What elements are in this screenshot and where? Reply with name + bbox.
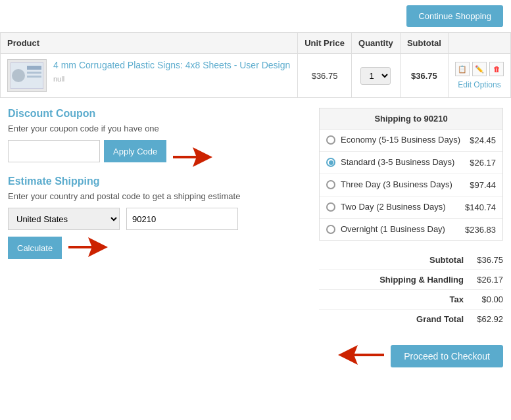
- discount-coupon-title: Discount Coupon: [8, 108, 306, 120]
- proceed-to-checkout-button[interactable]: Proceed to Checkout: [391, 345, 503, 367]
- copy-icon-btn[interactable]: 📋: [455, 62, 470, 76]
- radio-twoday[interactable]: [326, 202, 335, 212]
- col-unit-price: Unit Price: [298, 33, 352, 54]
- discount-coupon-section: Discount Coupon Enter your coupon code i…: [8, 108, 306, 175]
- option-price-overnight: $236.83: [465, 225, 496, 235]
- shipping-option-standard[interactable]: Standard (3-5 Business Days) $26.17: [320, 152, 502, 174]
- col-subtotal: Subtotal: [400, 33, 448, 54]
- col-quantity: Quantity: [351, 33, 400, 54]
- grand-total-value: $62.92: [464, 314, 503, 324]
- calculate-arrow: [68, 237, 108, 259]
- quantity-cell[interactable]: 1 2 3 4 5: [351, 54, 400, 98]
- radio-standard[interactable]: [326, 158, 335, 167]
- estimate-shipping-title: Estimate Shipping: [8, 175, 306, 187]
- col-actions: [449, 33, 511, 54]
- table-row: 4 mm Corrugated Plastic Signs: 4x8 Sheet…: [1, 54, 511, 98]
- tax-value: $0.00: [464, 294, 503, 304]
- left-panel: Discount Coupon Enter your coupon code i…: [8, 108, 306, 329]
- summary-tax-row: Tax $0.00: [319, 290, 503, 310]
- main-content: Discount Coupon Enter your coupon code i…: [0, 98, 511, 338]
- product-cell: 4 mm Corrugated Plastic Signs: 4x8 Sheet…: [1, 54, 298, 98]
- shipping-value: $26.17: [464, 275, 503, 285]
- radio-economy[interactable]: [326, 135, 335, 145]
- summary-grand-total-row: Grand Total $62.92: [319, 310, 503, 329]
- edit-options-link[interactable]: Edit Options: [458, 80, 500, 89]
- proceed-row: Proceed to Checkout: [0, 338, 511, 374]
- subtotal-cell: $36.75: [400, 54, 448, 98]
- shipping-option-economy[interactable]: Economy (5-15 Business Days) $24.45: [320, 129, 502, 152]
- estimate-shipping-section: Estimate Shipping Enter your country and…: [8, 175, 306, 259]
- postal-code-input[interactable]: [126, 208, 238, 230]
- option-label-overnight: Overnight (1 Business Day): [341, 224, 460, 235]
- product-name: 4 mm Corrugated Plastic Signs: 4x8 Sheet…: [53, 59, 290, 72]
- unit-price-cell: $36.75: [298, 54, 352, 98]
- shipping-options-box: Shipping to 90210 Economy (5-15 Business…: [319, 108, 503, 241]
- option-label-twoday: Two Day (2 Business Days): [341, 202, 460, 213]
- svg-marker-6: [68, 237, 108, 257]
- svg-rect-2: [27, 66, 41, 70]
- summary-subtotal-row: Subtotal $36.75: [319, 250, 503, 270]
- svg-marker-5: [173, 147, 212, 167]
- coupon-input[interactable]: [8, 140, 100, 162]
- delete-icon-btn[interactable]: 🗑: [489, 62, 504, 76]
- option-label-threeday: Three Day (3 Business Days): [341, 179, 464, 191]
- subtotal-label: Subtotal: [319, 255, 464, 265]
- edit-icon-btn[interactable]: ✏️: [472, 62, 487, 76]
- shipping-inputs-row: United States Canada United Kingdom Aust…: [8, 208, 306, 230]
- right-panel: Shipping to 90210 Economy (5-15 Business…: [319, 108, 503, 329]
- radio-threeday[interactable]: [326, 180, 335, 189]
- apply-arrow: [173, 147, 212, 169]
- option-price-twoday: $140.74: [465, 202, 496, 212]
- tax-label: Tax: [319, 294, 464, 304]
- estimate-shipping-desc: Enter your country and postal code to ge…: [8, 191, 306, 201]
- coupon-row: Apply Code: [8, 140, 166, 162]
- shipping-option-overnight[interactable]: Overnight (1 Business Day) $236.83: [320, 219, 502, 241]
- option-price-economy: $24.45: [470, 135, 496, 145]
- svg-rect-4: [27, 76, 41, 78]
- option-label-standard: Standard (3-5 Business Days): [341, 157, 464, 168]
- actions-cell: 📋 ✏️ 🗑 Edit Options: [449, 54, 511, 98]
- calculate-button[interactable]: Calculate: [8, 237, 62, 259]
- continue-shopping-button[interactable]: Continue Shopping: [406, 5, 503, 27]
- apply-code-button[interactable]: Apply Code: [104, 140, 166, 162]
- order-summary: Subtotal $36.75 Shipping & Handling $26.…: [319, 250, 503, 329]
- radio-overnight[interactable]: [326, 225, 335, 234]
- col-product: Product: [1, 33, 298, 54]
- summary-shipping-row: Shipping & Handling $26.17: [319, 270, 503, 290]
- country-select[interactable]: United States Canada United Kingdom Aust…: [8, 208, 120, 230]
- cart-table: Product Unit Price Quantity Subtotal: [0, 32, 511, 98]
- grand-total-label: Grand Total: [319, 314, 464, 324]
- shipping-box-header: Shipping to 90210: [320, 108, 502, 129]
- proceed-arrow: [338, 345, 384, 367]
- option-label-economy: Economy (5-15 Business Days): [341, 135, 464, 146]
- svg-rect-3: [27, 72, 41, 74]
- option-price-threeday: $97.44: [470, 180, 496, 190]
- svg-marker-7: [338, 345, 384, 365]
- subtotal-value: $36.75: [464, 255, 503, 265]
- shipping-option-threeday[interactable]: Three Day (3 Business Days) $97.44: [320, 174, 502, 197]
- discount-coupon-desc: Enter your coupon code if you have one: [8, 124, 306, 133]
- shipping-label: Shipping & Handling: [319, 275, 464, 285]
- product-image: [7, 59, 47, 92]
- quantity-select[interactable]: 1 2 3 4 5: [360, 67, 391, 85]
- svg-point-1: [12, 69, 25, 82]
- shipping-option-twoday[interactable]: Two Day (2 Business Days) $140.74: [320, 197, 502, 219]
- option-price-standard: $26.17: [470, 158, 496, 168]
- header: Continue Shopping: [0, 0, 511, 32]
- product-note: null: [53, 75, 290, 83]
